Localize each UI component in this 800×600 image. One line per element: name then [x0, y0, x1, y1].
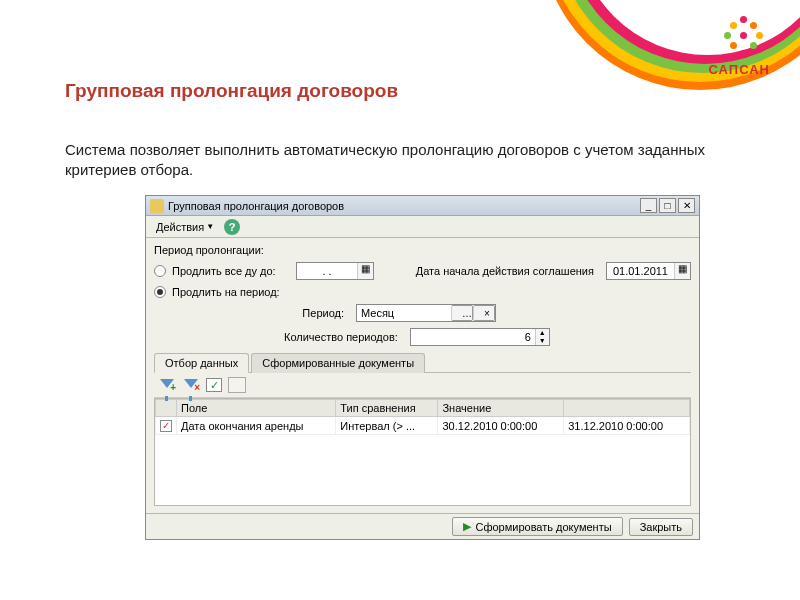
brand-name: САПСАН	[709, 62, 770, 77]
add-filter-button[interactable]: +	[158, 377, 176, 393]
actions-menu[interactable]: Действия ▼	[150, 219, 220, 235]
tab-filter[interactable]: Отбор данных	[154, 353, 249, 373]
filter-row[interactable]: ✓ Дата окончания аренды Интервал (> ... …	[156, 417, 690, 435]
menubar: Действия ▼ ?	[146, 216, 699, 238]
col-compare[interactable]: Тип сравнения	[336, 400, 438, 417]
generate-docs-button[interactable]: ▶ Сформировать документы	[452, 517, 622, 536]
radio-extend-until-label: Продлить все ду до:	[172, 265, 290, 277]
minimize-button[interactable]: _	[640, 198, 657, 213]
ellipsis-icon[interactable]: …	[451, 305, 473, 321]
period-combo[interactable]: Месяц … ×	[356, 304, 496, 322]
calendar-icon[interactable]: ▦	[357, 263, 373, 279]
form-area: Период пролонгации: Продлить все ду до: …	[146, 238, 699, 512]
close-window-button[interactable]: ✕	[678, 198, 695, 213]
clear-icon[interactable]: ×	[473, 305, 495, 321]
window-icon	[150, 199, 164, 213]
window-footer: ▶ Сформировать документы Закрыть	[146, 513, 699, 539]
radio-extend-until[interactable]	[154, 265, 166, 277]
help-icon[interactable]: ?	[224, 219, 240, 235]
more-filter-button[interactable]	[228, 377, 246, 393]
brand-logo-dots	[720, 12, 770, 62]
agreement-start-label: Дата начала действия соглашения	[416, 265, 594, 277]
col-field[interactable]: Поле	[177, 400, 336, 417]
toggle-check-button[interactable]: ✓	[206, 378, 222, 392]
prolongation-section-label: Период пролонгации:	[154, 244, 691, 256]
close-button[interactable]: Закрыть	[629, 518, 693, 536]
row-checkbox[interactable]: ✓	[160, 420, 172, 432]
actions-menu-label: Действия	[156, 221, 204, 233]
tab-generated-docs[interactable]: Сформированные документы	[251, 353, 425, 373]
remove-filter-button[interactable]: ×	[182, 377, 200, 393]
col-check	[156, 400, 177, 417]
play-icon: ▶	[463, 520, 471, 533]
filter-toolbar: + × ✓	[154, 373, 691, 398]
maximize-button[interactable]: □	[659, 198, 676, 213]
period-count-spinner[interactable]: 6 ▲ ▼	[410, 328, 550, 346]
slide-title: Групповая пролонгация договоров	[65, 80, 398, 102]
spin-up-icon[interactable]: ▲	[535, 329, 549, 337]
period-label: Период:	[284, 307, 344, 319]
window-title: Групповая пролонгация договоров	[168, 200, 640, 212]
window-titlebar[interactable]: Групповая пролонгация договоров _ □ ✕	[146, 196, 699, 216]
radio-extend-period[interactable]	[154, 286, 166, 298]
tab-bar: Отбор данных Сформированные документы	[154, 352, 691, 373]
spin-down-icon[interactable]: ▼	[535, 337, 549, 345]
col-value2[interactable]	[564, 400, 690, 417]
chevron-down-icon: ▼	[206, 222, 214, 231]
col-value1[interactable]: Значение	[438, 400, 564, 417]
app-window: Групповая пролонгация договоров _ □ ✕ Де…	[145, 195, 700, 540]
period-count-label: Количество периодов:	[284, 331, 398, 343]
radio-extend-period-label: Продлить на период:	[172, 286, 290, 298]
extend-until-date-input[interactable]: . . ▦	[296, 262, 374, 280]
filter-grid[interactable]: Поле Тип сравнения Значение ✓ Дата оконч…	[154, 398, 691, 506]
slide-brand-header: САПСАН	[500, 0, 800, 120]
slide-description: Система позволяет выполнить автоматическ…	[65, 140, 705, 181]
calendar-icon[interactable]: ▦	[674, 263, 690, 279]
agreement-start-date-input[interactable]: 01.01.2011 ▦	[606, 262, 691, 280]
